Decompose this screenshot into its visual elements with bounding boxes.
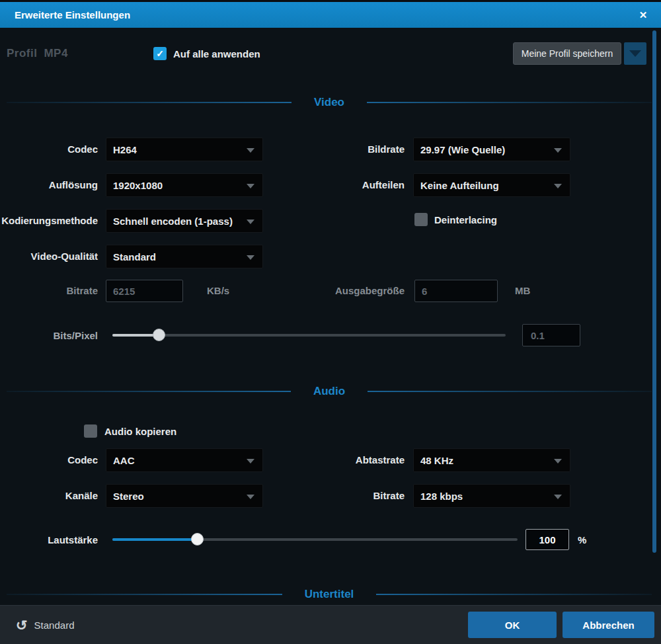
- apply-all-label: Auf alle anwenden: [173, 48, 260, 60]
- video-qualitaet-label: Video-Qualität: [31, 251, 98, 262]
- untertitel-section-divider: Untertitel: [0, 587, 661, 602]
- ausgabegroesse-unit: MB: [515, 285, 530, 296]
- abtastrate-dropdown[interactable]: 48 KHz: [413, 448, 570, 472]
- untertitel-section-title: Untertitel: [305, 588, 354, 601]
- video-qualitaet-dropdown[interactable]: Standard: [106, 245, 263, 268]
- bildrate-label: Bildrate: [368, 143, 405, 155]
- divider-line: [376, 594, 652, 595]
- save-profile-dropdown-button[interactable]: [624, 42, 646, 65]
- ok-button[interactable]: OK: [468, 612, 557, 638]
- kodierungsmethode-dropdown[interactable]: Schnell encoden (1-pass): [106, 209, 263, 233]
- bits-pixel-slider-thumb[interactable]: [153, 329, 165, 341]
- lautstaerke-label: Lautstärke: [48, 534, 98, 545]
- kanaele-label: Kanäle: [65, 490, 98, 501]
- profile-format-value: MP4: [44, 47, 67, 60]
- bits-pixel-slider[interactable]: [112, 334, 506, 337]
- apply-all-checkbox[interactable]: ✓: [153, 47, 167, 60]
- aufteilen-dropdown[interactable]: Keine Aufteilung: [413, 173, 570, 197]
- reset-icon: ↻: [16, 618, 28, 632]
- chevron-down-icon: [247, 255, 254, 260]
- audio-section-divider: Audio: [0, 384, 661, 399]
- deinterlacing-checkbox[interactable]: ✓: [414, 213, 428, 226]
- chevron-down-icon: [554, 495, 562, 499]
- audio-section-title: Audio: [313, 385, 345, 398]
- save-profile-button[interactable]: Meine Profil speichern: [513, 42, 621, 65]
- chevron-down-icon: [554, 459, 562, 463]
- ausgabegroesse-label: Ausgabegröße: [335, 285, 405, 296]
- lautstaerke-unit: %: [578, 534, 586, 545]
- audio-bitrate-dropdown[interactable]: 128 kbps: [413, 484, 570, 508]
- reset-label: Standard: [34, 620, 75, 631]
- chevron-down-icon: [247, 148, 254, 153]
- bits-pixel-label: Bits/Pixel: [53, 330, 98, 341]
- video-section-divider: Video: [0, 95, 661, 110]
- footer-bar: ↻ Standard: [0, 605, 661, 644]
- codec-label: Codec: [67, 143, 98, 155]
- chevron-down-icon: [629, 50, 641, 57]
- chevron-down-icon: [554, 184, 562, 188]
- close-icon[interactable]: ✕: [633, 2, 653, 28]
- dialog-title: Erweiterte Einstellungen: [15, 9, 130, 20]
- audio-kopieren-label: Audio kopieren: [104, 426, 176, 437]
- lautstaerke-slider[interactable]: [112, 538, 518, 541]
- divider-line: [7, 594, 282, 595]
- reset-to-standard[interactable]: ↻ Standard: [16, 618, 75, 632]
- divider-line: [368, 391, 652, 392]
- dialog-titlebar: Erweiterte Einstellungen ✕: [0, 2, 661, 28]
- aufteilen-label: Aufteilen: [362, 179, 405, 190]
- lautstaerke-value[interactable]: 100: [525, 529, 569, 550]
- audio-kopieren-checkbox[interactable]: ✓: [84, 424, 97, 438]
- audio-bitrate-label: Bitrate: [373, 490, 405, 501]
- chevron-down-icon: [247, 459, 254, 463]
- abtastrate-label: Abtastrate: [356, 454, 405, 465]
- aufloesung-dropdown[interactable]: 1920x1080: [106, 173, 263, 197]
- video-bitrate-unit: KB/s: [207, 285, 229, 296]
- chevron-down-icon: [247, 184, 254, 188]
- video-bitrate-label: Bitrate: [66, 285, 98, 296]
- profile-label-text: Profil: [7, 47, 37, 60]
- divider-line: [7, 102, 292, 103]
- ausgabegroesse-input[interactable]: 6: [414, 280, 498, 302]
- cancel-button[interactable]: Abbrechen: [563, 612, 654, 638]
- codec-dropdown[interactable]: H264: [106, 138, 263, 161]
- chevron-down-icon: [247, 495, 254, 499]
- chevron-down-icon: [554, 148, 562, 153]
- video-section-title: Video: [314, 96, 344, 109]
- divider-line: [7, 391, 291, 392]
- divider-line: [367, 102, 652, 103]
- profile-label: ProfilMP4: [7, 47, 68, 60]
- deinterlacing-label: Deinterlacing: [434, 214, 497, 225]
- kanaele-dropdown[interactable]: Stereo: [106, 484, 263, 508]
- vertical-scrollbar-thumb[interactable]: [652, 30, 656, 553]
- bits-pixel-value[interactable]: 0.1: [522, 324, 580, 346]
- chevron-down-icon: [247, 220, 254, 224]
- lautstaerke-slider-thumb[interactable]: [191, 533, 204, 545]
- aufloesung-label: Auflösung: [49, 179, 98, 190]
- kodierungsmethode-label: Kodierungsmethode: [1, 215, 98, 226]
- audio-codec-dropdown[interactable]: AAC: [106, 448, 263, 472]
- video-bitrate-input[interactable]: 6215: [106, 280, 183, 302]
- audio-codec-label: Codec: [67, 454, 98, 465]
- bildrate-dropdown[interactable]: 29.97 (Wie Quelle): [413, 138, 570, 161]
